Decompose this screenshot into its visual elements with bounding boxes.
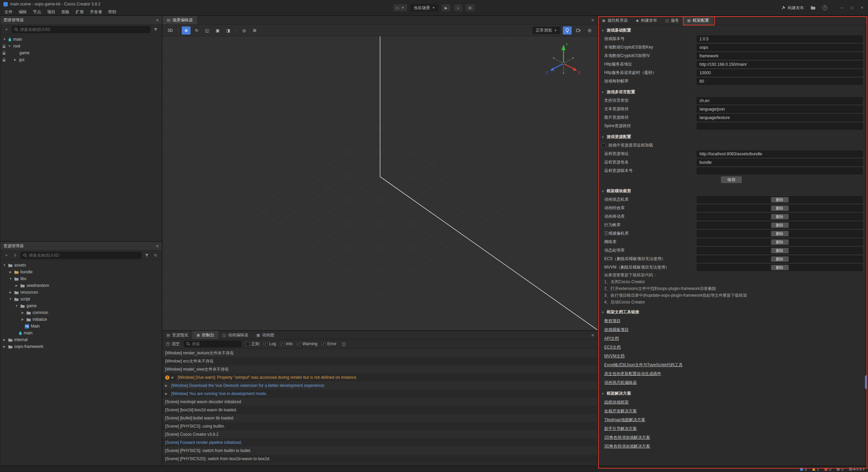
languages-input[interactable] [697,97,863,104]
status-warning-count[interactable]: 1 [812,467,819,471]
rotate-tool-button[interactable]: ↻ [192,26,201,35]
transform-gizmo-button[interactable]: ◨ [224,26,233,35]
help-icon[interactable]: ? [822,5,827,10]
log-row-info[interactable]: [Scene] Forward render pipeline initiali… [162,438,597,447]
hierarchy-node-root[interactable]: ▼ root [0,43,162,50]
import-asset-icon[interactable]: ⇩ [12,252,19,259]
build-publish-button[interactable]: 构建发布 [781,5,804,11]
snap-toggle-button[interactable]: ⊞ [250,26,259,35]
assets-search-input[interactable] [29,253,139,258]
solution-link[interactable]: 全栈开发解决方案 [604,409,637,413]
asset-item-internal[interactable]: ▶ internal [0,336,162,343]
delete-button[interactable]: 删除 [771,231,789,236]
orientation-gizmo[interactable]: Y X Z [543,41,584,82]
log-row[interactable]: [Window] ecs文件夹不存在 [162,357,597,365]
menu-file[interactable]: 文件 [1,8,16,16]
minimize-button[interactable]: ─ [841,5,844,10]
lock-icon[interactable] [2,44,6,48]
checkbox-checked[interactable]: ✓ [321,342,326,346]
tab-services[interactable]: ◫服务 [661,16,683,25]
log-row[interactable]: [Scene] [PHYSICS]: switch from builtin t… [162,447,597,455]
panel-menu-icon[interactable]: ≡ [591,333,594,338]
collapse-logs-icon[interactable]: ◫ [340,340,347,347]
remote-bundle-input[interactable] [697,159,863,166]
doc-link[interactable]: 原生包热更新配置自动生成插件 [604,371,661,376]
chevron-down-icon[interactable]: ▼ [15,304,19,308]
scale-tool-button[interactable]: ◱ [203,26,212,35]
delete-button[interactable]: 删除 [771,197,789,202]
asset-item-oops-framework[interactable]: ▶ oops-framework [0,343,162,350]
chevron-down-icon[interactable]: ▼ [8,277,13,280]
menu-developer[interactable]: 开发者 [87,8,105,16]
section-solutions[interactable]: ∨框架解决方案 [598,389,865,398]
asset-item-bundle[interactable]: ▶ bundle [0,269,162,275]
doc-link[interactable]: 游戏模板项目 [604,327,629,332]
section-doc-links[interactable]: ∨框架文档工具链接 [598,308,865,316]
delete-button[interactable]: 删除 [771,205,789,211]
asset-item-libs[interactable]: ▼ libs [0,275,162,282]
chevron-down-icon[interactable]: ▼ [7,44,12,48]
log-row[interactable]: [Scene] Cocos Creator v3.8.2 [162,430,597,438]
solution-link[interactable]: Tiledmap地图解决方案 [604,417,645,422]
asset-item-game[interactable]: ▼ game [0,302,162,309]
hierarchy-search[interactable] [12,26,150,33]
http-server-input[interactable] [697,61,863,68]
delete-button[interactable]: 删除 [771,214,789,219]
menu-help[interactable]: 帮助 [105,8,119,16]
doc-link[interactable]: ECS文档 [604,345,621,350]
chevron-down-icon[interactable]: ▼ [8,297,13,301]
solution-link[interactable]: 2D角色扮演游戏解决方案 [604,435,650,440]
chevron-right-icon[interactable]: ▶ [2,338,6,341]
menu-panel[interactable]: 面板 [58,8,73,16]
log-row[interactable]: [Scene] [bullet]:bullet wasm lib loaded. [162,414,597,422]
log-row-info[interactable]: ▶[Window] Download the Vue Devtools exte… [162,381,597,390]
asset-item-main-ts[interactable]: TS Main [0,323,162,330]
chevron-down-icon[interactable]: ▼ [2,263,6,267]
filter-info-toggle[interactable]: ✓Info [280,341,293,346]
remote-url-input[interactable] [697,151,863,157]
menu-edit[interactable]: 编辑 [16,8,30,16]
assets-search[interactable] [21,252,141,259]
play-button[interactable]: ▶ [441,4,451,12]
log-row[interactable]: [Scene] [PHYSICS2D]: switch from box2d-w… [162,455,597,463]
checkbox-checked[interactable]: ✓ [297,342,301,346]
tab-scene-editor[interactable]: ▤ 场景编辑器 [162,16,197,24]
inspector-scrollbar[interactable] [865,25,868,466]
regex-toggle[interactable]: 正则 [245,341,259,347]
section-module-trim[interactable]: ∨框架模块裁剪 [598,186,865,195]
log-row[interactable]: [Scene] [box2d]:box2d wasm lib loaded. [162,406,597,414]
delete-button[interactable]: 删除 [771,265,789,270]
filter-warning-toggle[interactable]: ✓Warning [297,341,317,346]
chevron-right-icon[interactable]: ▶ [165,384,169,387]
crypto-key-input[interactable] [697,44,863,51]
menu-extension[interactable]: 扩展 [73,8,87,16]
filter-icon[interactable] [152,26,159,33]
move-tool-button[interactable]: ⊕ [182,26,191,35]
tab-build-publish[interactable]: ◆构建发布 [632,16,661,25]
pivot-toggle-button[interactable]: ◎ [240,26,249,35]
panel-menu-icon[interactable]: ≡ [156,18,159,23]
delete-button[interactable]: 删除 [771,248,789,253]
checkbox-unchecked[interactable] [601,143,606,148]
log-row-info[interactable]: ▶[Window] You are running Vue in develop… [162,390,597,398]
section-language-config[interactable]: ∨游戏多语言配置 [598,87,865,96]
chevron-right-icon[interactable]: ▶ [172,376,176,379]
hierarchy-search-input[interactable] [20,27,148,32]
lock-icon[interactable] [2,51,6,55]
tab-property-inspector[interactable]: ◉属性检查器 [598,16,632,25]
chevron-right-icon[interactable]: ▶ [15,284,19,287]
doc-link[interactable]: API文档 [604,336,619,341]
tab-console[interactable]: ▣控制台 [192,331,218,339]
asset-item-seedrandom[interactable]: ▶ seedrandom [0,282,162,289]
remote-load-toggle[interactable]: 游戏中资源是否远程加载 [598,141,865,150]
close-button[interactable]: × [861,5,863,10]
lock-icon[interactable] [2,58,6,62]
tab-animation-editor[interactable]: ◫动画编辑器 [218,331,252,339]
checkbox-checked[interactable]: ✓ [280,342,284,346]
panel-menu-icon[interactable]: ≡ [156,243,159,249]
spine-path-input[interactable] [697,123,863,130]
hierarchy-node-game[interactable]: game [0,50,162,56]
doc-link[interactable]: MVVM文档 [604,354,625,358]
tab-asset-preview[interactable]: ▤资源预览 [162,331,192,339]
maximize-button[interactable]: □ [851,5,853,10]
